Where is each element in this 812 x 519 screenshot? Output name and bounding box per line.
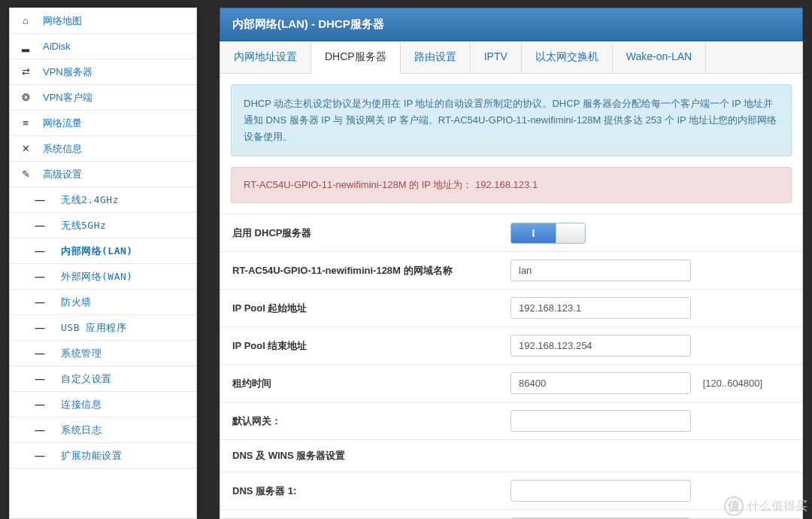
sidebar-item-label: 网络流量	[43, 117, 187, 130]
home-icon: ⌂	[19, 15, 32, 26]
label-pool-start: IP Pool 起始地址	[232, 302, 511, 315]
label-lease-time: 租约时间	[232, 377, 511, 390]
tab-bar: 内网地址设置DHCP服务器路由设置IPTV以太网交换机Wake-on-LAN	[220, 41, 802, 74]
alert-box: RT-AC54U-GPIO-11-newifimini-128M 的 IP 地址…	[231, 167, 792, 203]
sidebar-subitem-label: 无线5GHz	[61, 219, 187, 232]
minus-icon: —	[32, 296, 47, 308]
random-icon: ✕	[19, 143, 32, 154]
sidebar-subitem-label: 扩展功能设置	[61, 449, 187, 463]
sidebar-subitem[interactable]: —无线2.4GHz	[10, 187, 196, 213]
tab[interactable]: 以太网交换机	[522, 41, 613, 73]
sidebar-subitem-label: 无线2.4GHz	[61, 193, 187, 207]
row-pool-end: IP Pool 结束地址	[220, 326, 802, 364]
lease-time-input[interactable]	[511, 372, 691, 394]
sidebar-subitem[interactable]: —系统管理	[10, 341, 196, 366]
row-lease-time: 租约时间 [120..604800]	[220, 364, 802, 402]
sidebar-item-label: VPN服务器	[43, 65, 187, 79]
tab[interactable]: 内网地址设置	[220, 41, 311, 73]
minus-icon: —	[32, 424, 47, 436]
tab[interactable]: DHCP服务器	[311, 41, 401, 74]
sidebar-subitem-label: 防火墙	[61, 296, 187, 309]
tab[interactable]: Wake-on-LAN	[613, 41, 706, 73]
sidebar-subitem[interactable]: —防火墙	[10, 290, 196, 315]
label-domain-name: RT-AC54U-GPIO-11-newifimini-128M 的网域名称	[232, 264, 511, 278]
sidebar: ⌂网络地图▂AiDisk⇄VPN服务器❂VPN客户端≡网络流量✕系统信息✎高级设…	[9, 8, 197, 519]
sidebar-subitem[interactable]: —连接信息	[10, 392, 196, 417]
content-panel: 内网地址设置DHCP服务器路由设置IPTV以太网交换机Wake-on-LAN D…	[220, 41, 803, 519]
minus-icon: —	[32, 220, 47, 231]
sidebar-item-label: AiDisk	[43, 41, 187, 52]
minus-icon: —	[32, 245, 47, 256]
row-dns1: DNS 服务器 1:	[220, 472, 802, 509]
sidebar-subitem-label: 外部网络(WAN)	[61, 270, 187, 284]
label-dns1: DNS 服务器 1:	[232, 484, 511, 498]
toggle-on-label: I	[511, 223, 556, 243]
sidebar-item-label: 网络地图	[43, 14, 187, 28]
sidebar-subitem-label: USB 应用程序	[61, 321, 187, 335]
tab[interactable]: 路由设置	[401, 41, 471, 73]
sidebar-subitem-label: 内部网络(LAN)	[61, 244, 187, 258]
sidebar-subitem-label: 系统日志	[61, 423, 187, 437]
retweet-icon: ⇄	[19, 66, 32, 77]
sidebar-item[interactable]: ▂AiDisk	[10, 34, 196, 59]
domain-name-input[interactable]	[511, 260, 691, 281]
main-content: 内部网络(LAN) - DHCP服务器 内网地址设置DHCP服务器路由设置IPT…	[220, 8, 803, 519]
sidebar-subitem-label: 自定义设置	[61, 372, 187, 386]
sidebar-item-label: 高级设置	[43, 168, 187, 181]
dns1-input[interactable]	[511, 480, 691, 502]
sidebar-item[interactable]: ✎高级设置	[10, 162, 196, 187]
dhcp-toggle[interactable]: I	[511, 223, 586, 244]
dns-section-header: DNS 及 WINS 服务器设置	[220, 439, 802, 472]
minus-icon: —	[32, 399, 47, 410]
disk-icon: ▂	[19, 41, 32, 52]
minus-icon: —	[32, 373, 47, 384]
row-dns2: DNS 服务器 2:	[220, 509, 802, 519]
gateway-input[interactable]	[511, 410, 691, 432]
row-enable-dhcp: 启用 DHCP服务器 I	[220, 214, 802, 251]
sidebar-subitem-label: 连接信息	[61, 398, 187, 411]
sidebar-subitem[interactable]: —USB 应用程序	[10, 315, 196, 341]
pool-end-input[interactable]	[511, 335, 691, 357]
sidebar-subitem[interactable]: —无线5GHz	[10, 213, 196, 238]
sidebar-item-label: 系统信息	[43, 142, 187, 156]
lease-hint: [120..604800]	[703, 378, 763, 389]
sidebar-subitem[interactable]: —内部网络(LAN)	[10, 238, 196, 264]
sidebar-item[interactable]: ⌂网络地图	[10, 8, 196, 34]
row-domain-name: RT-AC54U-GPIO-11-newifimini-128M 的网域名称	[220, 251, 802, 289]
sidebar-item-label: VPN客户端	[43, 91, 187, 105]
minus-icon: —	[32, 450, 47, 461]
tab[interactable]: IPTV	[471, 41, 522, 73]
label-pool-end: IP Pool 结束地址	[232, 339, 511, 353]
page-title: 内部网络(LAN) - DHCP服务器	[220, 8, 803, 41]
sidebar-item[interactable]: ❂VPN客户端	[10, 85, 196, 111]
sidebar-item[interactable]: ≡网络流量	[10, 111, 196, 136]
sidebar-subitem[interactable]: —系统日志	[10, 417, 196, 443]
label-default-gateway: 默认网关：	[232, 414, 511, 428]
bars-icon: ≡	[19, 117, 32, 129]
minus-icon: —	[32, 194, 47, 205]
sidebar-subitem[interactable]: —扩展功能设置	[10, 443, 196, 469]
row-default-gateway: 默认网关：	[220, 402, 802, 439]
sidebar-item[interactable]: ⇄VPN服务器	[10, 59, 196, 85]
label-enable-dhcp: 启用 DHCP服务器	[232, 226, 511, 240]
globe-icon: ❂	[19, 92, 32, 103]
minus-icon: —	[32, 271, 47, 282]
wrench-icon: ✎	[19, 168, 32, 180]
sidebar-subitem-label: 系统管理	[61, 347, 187, 360]
sidebar-subitem[interactable]: —自定义设置	[10, 366, 196, 392]
toggle-knob	[556, 223, 585, 243]
pool-start-input[interactable]	[511, 297, 691, 319]
info-box: DHCP 动态主机设定协议是为使用在 IP 地址的自动设置所制定的协议。DHCP…	[231, 84, 792, 156]
minus-icon: —	[32, 322, 47, 333]
minus-icon: —	[32, 348, 47, 359]
sidebar-subitem[interactable]: —外部网络(WAN)	[10, 264, 196, 290]
sidebar-item[interactable]: ✕系统信息	[10, 136, 196, 162]
row-pool-start: IP Pool 起始地址	[220, 289, 802, 326]
